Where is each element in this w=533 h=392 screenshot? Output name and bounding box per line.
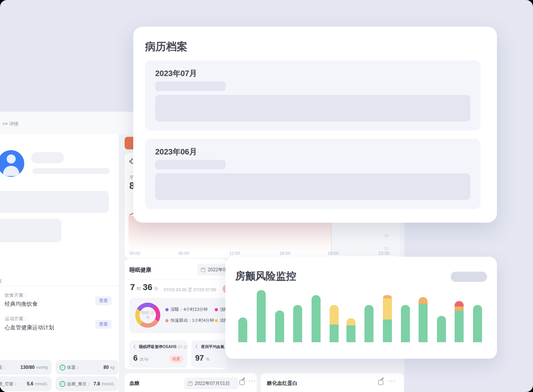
glucose-postmeal-tile[interactable]: ✓ 血糖_餐后： 7.8 mmol/L	[56, 376, 118, 391]
osahs-unit: 次/分	[140, 357, 149, 361]
spo2-title: 夜间平均血氧	[201, 344, 225, 350]
hba1c-card: 糖化血红蛋白 ···	[261, 373, 404, 392]
risk-bar-segment-orange	[419, 297, 428, 304]
calendar-icon	[188, 381, 192, 386]
sleep-time-range: 07/19 24:36 至 07/20 07:00	[164, 287, 216, 293]
exercise-view-button[interactable]: 查看	[95, 320, 112, 329]
osahs-tile[interactable]: ☾ 睡眠呼吸暂停OSAHS 07-19 6 次/分 轻度	[129, 340, 187, 368]
glucose-postmeal-unit: mmol/L	[102, 382, 114, 386]
vitals-grid: 血压： 130/80 mmHg ✓ 体重： 80 kg 血糖_空腹： 5.6 m…	[0, 358, 119, 392]
risk-bar[interactable]	[346, 257, 355, 342]
risk-bar-segment-green	[419, 304, 428, 342]
calendar-icon	[201, 268, 205, 272]
skeleton-block	[155, 173, 470, 200]
edit-icon[interactable]	[378, 380, 383, 385]
divider	[125, 279, 227, 279]
x-axis-tick: 12:00	[229, 251, 240, 256]
risk-bar[interactable]	[238, 257, 247, 342]
divider	[0, 286, 119, 286]
exercise-plan-label: 运动方案：	[5, 316, 28, 322]
spo2-value: 97	[195, 354, 204, 362]
more-icon[interactable]: ···	[388, 377, 395, 384]
blood-glucose-card: 血糖 2022年07月01日 ···	[125, 373, 257, 392]
risk-bar-segment-green	[383, 319, 392, 342]
sleep-duration: 7 时 36 分	[130, 282, 158, 292]
glucose-fasting-tile[interactable]: 血糖_空腹： 5.6 mmol/L	[0, 376, 52, 391]
patient-panel: 案 饮食方案： 经典均衡饮食 查看 运动方案： 心血管健康运动计划 查看 血压：…	[0, 134, 119, 392]
sleep-hours-unit: 时	[137, 286, 141, 291]
glucose-fasting-unit: mmol/L	[35, 382, 48, 386]
legend-deep-sleep: 深睡：4小时23分钟	[165, 307, 208, 312]
weight-tile[interactable]: ✓ 体重： 80 kg	[56, 360, 118, 375]
glucose-title: 血糖	[129, 380, 140, 387]
risk-bar[interactable]	[275, 257, 284, 342]
risk-bar-segment-green	[346, 325, 355, 342]
risk-bar-segment-green	[257, 290, 266, 342]
risk-bar[interactable]	[437, 257, 446, 342]
spo2-unit: %	[206, 357, 210, 361]
user-avatar-icon[interactable]	[0, 150, 24, 177]
risk-bar[interactable]	[401, 257, 410, 342]
risk-bar-segment-green	[401, 305, 410, 342]
weight-label: 体重：	[67, 365, 80, 370]
risk-bar-segment-green	[293, 305, 302, 342]
record-section[interactable]: 2023年07月	[145, 60, 480, 131]
glucose-date-picker[interactable]: 2022年07月01日	[184, 377, 238, 389]
breadcrumb[interactable]: >> 详情	[2, 121, 18, 127]
y-axis-tick: 40	[384, 233, 389, 238]
x-axis-tick: 06:00	[178, 251, 189, 256]
legend-rem: 快速眼动：1小时4分钟	[165, 318, 214, 323]
glucose-fasting-value: 5.6	[27, 381, 34, 387]
hba1c-title: 糖化血红蛋白	[267, 380, 297, 387]
x-axis-tick: 20:00	[328, 251, 339, 256]
diet-view-button[interactable]: 查看	[95, 296, 112, 305]
medical-records-modal: 病历档案 2023年07月 2023年06月	[133, 27, 497, 223]
skeleton-block	[155, 95, 470, 122]
record-month: 2023年07月	[155, 68, 197, 79]
x-axis-tick: 18:00	[279, 251, 290, 256]
sleep-title: 睡眠健康	[129, 267, 151, 274]
glucose-postmeal-value: 7.8	[94, 381, 100, 387]
risk-bar[interactable]	[257, 257, 266, 342]
risk-bar-segment-green	[437, 316, 446, 342]
risk-bar[interactable]	[473, 257, 482, 342]
sleep-ratio-panel: 睡眠 比例 深睡：4小时23分钟 快速眼动：1小时4分钟 浅睡： 清醒：	[129, 298, 227, 333]
record-month: 2023年06月	[155, 147, 197, 157]
app-screen: >> 详情 案 饮食方案： 经典均衡饮食 查看 运动方案： 心血管健康运动计划 …	[0, 0, 533, 392]
risk-bar[interactable]	[330, 257, 339, 342]
risk-bar-segment-green	[455, 310, 464, 342]
legend-dot	[165, 308, 169, 311]
skeleton-block-1	[0, 191, 109, 213]
risk-bar[interactable]	[455, 257, 464, 342]
target-icon: ✓	[60, 365, 65, 370]
moon-icon: ☾	[195, 344, 199, 350]
severity-badge: 轻度	[169, 355, 183, 363]
sleep-date-value: 2022年07月	[208, 267, 227, 273]
risk-bar-segment-green	[473, 305, 482, 342]
risk-bar[interactable]	[312, 257, 321, 342]
x-axis-tick: 23:00	[379, 251, 390, 256]
blood-pressure-tile[interactable]: 血压： 130/80 mmHg	[0, 360, 52, 375]
osahs-date: 07-19	[178, 345, 187, 349]
blood-pressure-label: 血压：	[0, 365, 7, 370]
edit-icon[interactable]	[239, 380, 245, 385]
risk-bar[interactable]	[364, 257, 373, 342]
record-section[interactable]: 2023年06月	[145, 139, 480, 209]
exercise-plan-value: 心血管健康运动计划	[5, 324, 54, 331]
risk-bar-segment-green	[364, 305, 373, 342]
glucose-fasting-label: 血糖_空腹：	[0, 381, 18, 387]
risk-bar[interactable]	[293, 257, 302, 342]
sleep-minutes: 36	[143, 282, 152, 292]
spo2-tile[interactable]: ☾ 夜间平均血氧 97 %	[191, 340, 227, 368]
sleep-minutes-unit: 分	[154, 286, 158, 291]
sleep-donut-chart[interactable]: 睡眠 比例	[135, 303, 160, 328]
risk-bar[interactable]	[383, 257, 392, 342]
risk-bar[interactable]	[419, 257, 428, 342]
osahs-value: 6	[133, 354, 138, 362]
skeleton-pill	[155, 82, 226, 91]
risk-bar-segment-red	[455, 301, 464, 307]
sleep-date-picker[interactable]: 2022年07月	[197, 264, 227, 276]
risk-bar-segment-green	[275, 310, 284, 342]
clipped-label: 案	[0, 278, 2, 285]
more-icon[interactable]: ···	[248, 377, 256, 384]
